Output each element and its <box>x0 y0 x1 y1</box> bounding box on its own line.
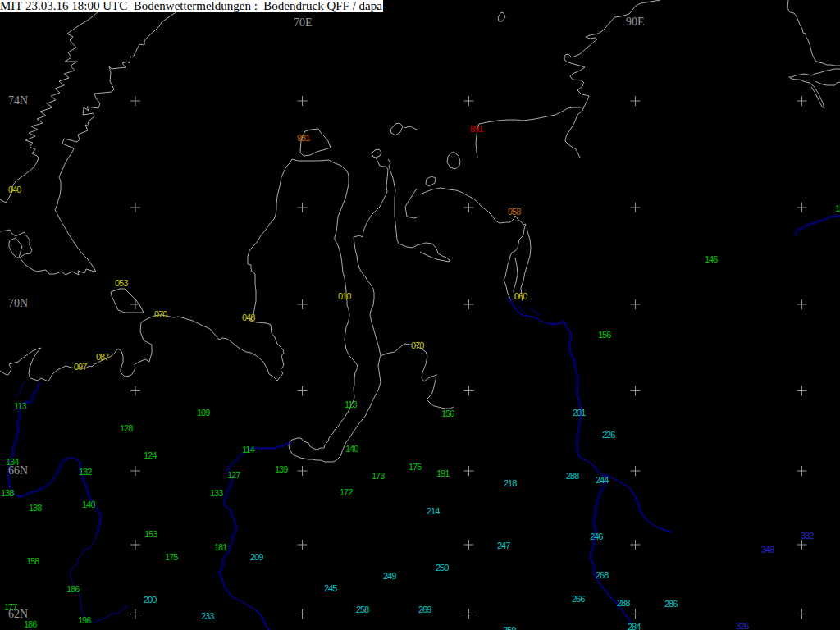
svg-text:186: 186 <box>24 619 37 629</box>
svg-text:134: 134 <box>6 457 19 467</box>
svg-text:053: 053 <box>115 278 128 288</box>
svg-text:891: 891 <box>470 124 483 134</box>
svg-text:284: 284 <box>628 622 641 630</box>
svg-text:288: 288 <box>566 471 579 481</box>
svg-text:060: 060 <box>514 291 527 301</box>
svg-text:175: 175 <box>165 552 178 562</box>
svg-text:070: 070 <box>154 309 167 319</box>
svg-text:200: 200 <box>144 595 157 605</box>
svg-text:156: 156 <box>598 330 611 340</box>
svg-text:348: 348 <box>761 545 774 555</box>
svg-text:139: 139 <box>275 464 288 474</box>
svg-text:156: 156 <box>441 409 454 418</box>
svg-text:097: 097 <box>74 362 87 372</box>
svg-text:269: 269 <box>418 605 431 614</box>
svg-text:246: 246 <box>590 532 603 541</box>
svg-text:175: 175 <box>409 462 422 472</box>
svg-text:040: 040 <box>8 185 21 194</box>
svg-text:132: 132 <box>79 467 92 477</box>
svg-text:173: 173 <box>372 471 385 481</box>
svg-text:140: 140 <box>82 500 95 509</box>
svg-text:181: 181 <box>214 542 227 552</box>
svg-text:186: 186 <box>66 584 80 594</box>
svg-text:958: 958 <box>508 207 521 217</box>
svg-text:258: 258 <box>356 605 369 614</box>
svg-text:70N: 70N <box>8 297 28 309</box>
svg-text:70E: 70E <box>294 16 313 29</box>
svg-text:070: 070 <box>411 340 424 350</box>
svg-text:74N: 74N <box>8 94 28 107</box>
svg-text:113: 113 <box>345 399 357 409</box>
svg-text:326: 326 <box>736 621 749 630</box>
svg-text:010: 010 <box>338 291 351 301</box>
svg-text:288: 288 <box>617 598 630 608</box>
svg-text:250: 250 <box>436 563 449 573</box>
svg-text:244: 244 <box>596 475 609 485</box>
svg-text:153: 153 <box>144 529 158 539</box>
svg-text:172: 172 <box>340 487 353 497</box>
svg-text:114: 114 <box>242 445 254 454</box>
svg-text:138: 138 <box>29 503 42 513</box>
svg-text:13: 13 <box>835 203 840 213</box>
svg-text:218: 218 <box>504 478 517 488</box>
svg-text:128: 128 <box>120 423 133 433</box>
svg-text:177: 177 <box>4 602 17 612</box>
svg-text:214: 214 <box>427 506 440 516</box>
svg-text:233: 233 <box>201 611 214 621</box>
svg-text:247: 247 <box>497 541 510 550</box>
svg-text:209: 209 <box>250 552 263 562</box>
svg-text:146: 146 <box>705 254 718 264</box>
svg-text:931: 931 <box>297 133 310 143</box>
svg-text:048: 048 <box>242 313 255 322</box>
svg-text:140: 140 <box>345 444 358 454</box>
svg-text:226: 226 <box>602 430 615 440</box>
svg-text:087: 087 <box>96 352 109 362</box>
svg-text:113: 113 <box>14 401 26 411</box>
svg-text:191: 191 <box>436 468 450 478</box>
svg-text:259: 259 <box>503 625 516 630</box>
svg-text:109: 109 <box>197 408 210 418</box>
svg-text:124: 124 <box>144 450 157 460</box>
svg-text:127: 127 <box>227 470 240 480</box>
svg-text:249: 249 <box>383 571 396 581</box>
svg-text:245: 245 <box>324 583 337 593</box>
svg-text:286: 286 <box>664 599 678 609</box>
svg-text:268: 268 <box>596 570 609 580</box>
svg-text:332: 332 <box>801 531 814 541</box>
svg-text:196: 196 <box>78 615 91 625</box>
svg-text:90E: 90E <box>626 16 645 28</box>
svg-text:201: 201 <box>573 408 586 418</box>
svg-text:133: 133 <box>210 488 223 498</box>
svg-text:158: 158 <box>26 556 39 566</box>
svg-text:138: 138 <box>1 488 14 498</box>
svg-text:266: 266 <box>572 594 585 604</box>
